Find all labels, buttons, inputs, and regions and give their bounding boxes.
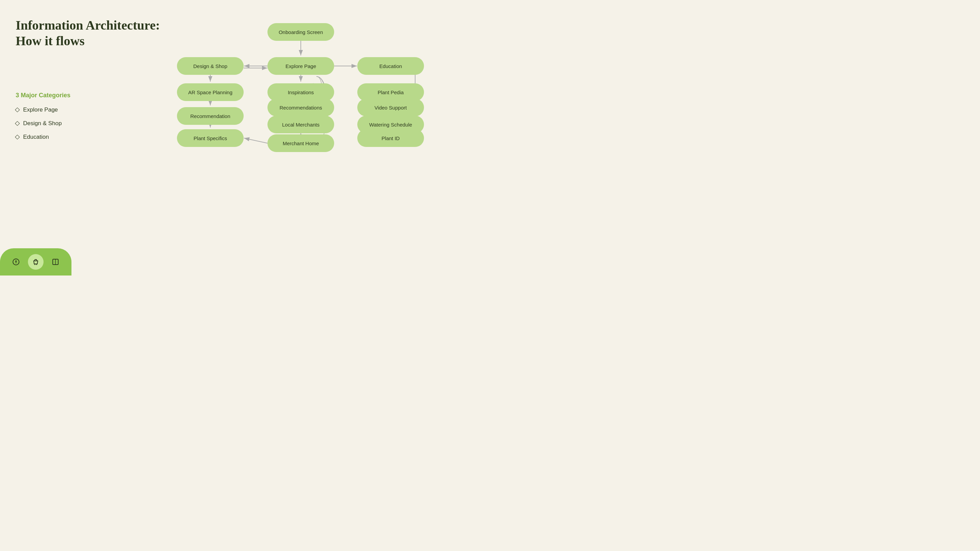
nav-compass-icon[interactable]	[10, 256, 22, 268]
node-design-shop: Design & Shop	[177, 57, 243, 75]
categories-title: 3 Major Categories	[16, 92, 70, 99]
categories-section: 3 Major Categories Explore Page Design &…	[16, 92, 70, 147]
node-recommendation: Recommendation	[177, 107, 243, 125]
node-plant-specifics: Plant Specifics	[177, 129, 243, 147]
diamond-icon-2	[15, 121, 20, 126]
bottom-nav	[0, 248, 72, 275]
nav-basket-icon[interactable]	[28, 254, 43, 270]
svg-line-13	[244, 138, 267, 143]
diamond-icon	[15, 108, 20, 112]
category-education: Education	[16, 134, 70, 140]
node-video-support: Video Support	[357, 98, 424, 116]
node-local-merchants: Local Merchants	[267, 116, 334, 133]
category-design: Design & Shop	[16, 120, 70, 127]
node-ar-space: AR Space Planning	[177, 83, 243, 101]
node-explore: Explore Page	[267, 57, 334, 75]
node-recommendations: Recommendations	[267, 98, 334, 116]
page-title: Information Architecture: How it flows	[16, 18, 160, 49]
node-onboarding: Onboarding Screen	[267, 23, 334, 41]
node-plant-id: Plant ID	[357, 129, 424, 147]
node-merchant-home: Merchant Home	[267, 134, 334, 152]
svg-point-26	[36, 264, 37, 265]
diamond-icon-3	[15, 135, 20, 140]
svg-point-25	[34, 264, 35, 265]
node-education: Education	[357, 57, 424, 75]
nav-book-icon[interactable]	[49, 256, 62, 268]
category-explore: Explore Page	[16, 106, 70, 113]
flowchart: Onboarding Screen Explore Page Design & …	[143, 10, 476, 275]
